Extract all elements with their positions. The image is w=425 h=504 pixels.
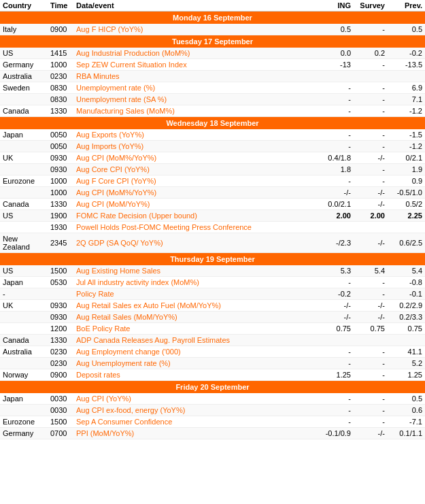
cell-survey: -/- — [354, 233, 388, 253]
col-header-time: Time — [48, 0, 73, 12]
cell-country: Sweden — [0, 82, 48, 94]
cell-event: BoE Policy Rate — [73, 323, 323, 335]
cell-event: Aug CPI (MoM/YoY%) — [73, 199, 323, 210]
cell-time: 2345 — [48, 233, 73, 253]
cell-ing: 5.3 — [323, 265, 354, 277]
cell-ing: 1.25 — [323, 369, 354, 381]
cell-event: Aug Retail Sales ex Auto Fuel (MoM/YoY%) — [73, 300, 323, 312]
cell-survey: - — [354, 358, 388, 369]
cell-ing: 1.8 — [323, 164, 354, 175]
cell-country: Italy — [0, 24, 48, 35]
table-row: 0230Aug Unemployment rate (%)--5.2 — [0, 358, 425, 369]
cell-event: Aug Retail Sales (MoM/YoY%) — [73, 312, 323, 323]
cell-ing: 0.0/2.1 — [323, 199, 354, 210]
cell-event: Aug Unemployment rate (%) — [73, 358, 323, 369]
cell-country — [0, 222, 48, 233]
cell-survey: - — [354, 82, 388, 94]
cell-ing: 2.00 — [323, 210, 354, 222]
cell-survey: - — [354, 369, 388, 381]
cell-time: 1330 — [48, 199, 73, 210]
cell-time: 0900 — [48, 369, 73, 381]
cell-prev: -13.5 — [388, 59, 425, 71]
cell-prev — [388, 71, 425, 82]
cell-event: Aug F HICP (YoY%) — [73, 24, 323, 35]
cell-time: 1330 — [48, 105, 73, 117]
cell-prev: -0.5/1.0 — [388, 187, 425, 199]
cell-time: 1900 — [48, 210, 73, 222]
cell-ing: - — [323, 393, 354, 405]
table-row: New Zealand23452Q GDP (SA QoQ/ YoY%)-/2.… — [0, 233, 425, 253]
cell-time: 0930 — [48, 312, 73, 323]
cell-survey: 5.4 — [354, 265, 388, 277]
cell-prev: 1.9 — [388, 164, 425, 175]
cell-time: 0530 — [48, 277, 73, 288]
cell-country: Canada — [0, 199, 48, 210]
cell-ing: - — [323, 82, 354, 94]
table-row: US1500Aug Existing Home Sales5.35.45.4 — [0, 265, 425, 277]
cell-survey: -/- — [354, 152, 388, 164]
section-header: Monday 16 September — [0, 12, 425, 24]
cell-survey: - — [354, 94, 388, 105]
cell-country — [0, 405, 48, 416]
cell-event: Unemployment rate (%) — [73, 82, 323, 94]
cell-ing: -0.1/0.9 — [323, 428, 354, 439]
cell-country: UK — [0, 300, 48, 312]
cell-country — [0, 141, 48, 152]
cell-time: 0230 — [48, 358, 73, 369]
cell-prev: 0.2/2.9 — [388, 300, 425, 312]
cell-event: Manufacturing Sales (MoM%) — [73, 105, 323, 117]
cell-time: 0930 — [48, 300, 73, 312]
cell-prev: 6.9 — [388, 82, 425, 94]
cell-time: 1330 — [48, 335, 73, 346]
cell-country: Japan — [0, 393, 48, 405]
cell-prev: -0.8 — [388, 277, 425, 288]
cell-ing: - — [323, 277, 354, 288]
cell-ing: - — [323, 405, 354, 416]
cell-time: 0230 — [48, 346, 73, 358]
cell-prev: -0.1 — [388, 288, 425, 300]
table-row: Germany0700PPI (MoM/YoY%)-0.1/0.9-/-0.1/… — [0, 428, 425, 439]
cell-country: Eurozone — [0, 416, 48, 428]
cell-survey: - — [354, 164, 388, 175]
col-header-country: Country — [0, 0, 48, 12]
cell-prev: 1.25 — [388, 369, 425, 381]
table-row: 0050Aug Imports (YoY%)---1.2 — [0, 141, 425, 152]
cell-time: 0700 — [48, 428, 73, 439]
cell-survey: -/- — [354, 312, 388, 323]
cell-ing — [323, 222, 354, 233]
cell-ing: - — [323, 416, 354, 428]
table-row: Canada1330ADP Canada Releases Aug. Payro… — [0, 335, 425, 346]
cell-time: 0830 — [48, 82, 73, 94]
cell-ing: - — [323, 129, 354, 141]
cell-event: Sep ZEW Current Situation Index — [73, 59, 323, 71]
section-header: Friday 20 September — [0, 381, 425, 394]
table-row: 0930Aug Core CPI (YoY%)1.8-1.9 — [0, 164, 425, 175]
cell-ing: 0.5 — [323, 24, 354, 35]
col-header-survey: Survey — [354, 0, 388, 12]
cell-prev: 2.25 — [388, 210, 425, 222]
cell-country: Australia — [0, 71, 48, 82]
cell-country: Germany — [0, 428, 48, 439]
section-label: Tuesday 17 September — [0, 35, 425, 48]
cell-survey — [354, 71, 388, 82]
cell-survey: - — [354, 405, 388, 416]
cell-ing: -13 — [323, 59, 354, 71]
cell-event: Aug Employment change ('000) — [73, 346, 323, 358]
cell-time: 1930 — [48, 222, 73, 233]
cell-survey — [354, 335, 388, 346]
cell-country: Germany — [0, 59, 48, 71]
cell-prev: 0.6/2.5 — [388, 233, 425, 253]
cell-country: Canada — [0, 335, 48, 346]
cell-ing: 0.4/1.8 — [323, 152, 354, 164]
cell-event: Aug Exports (YoY%) — [73, 129, 323, 141]
cell-time: 0930 — [48, 152, 73, 164]
cell-time: 1000 — [48, 175, 73, 187]
cell-country: UK — [0, 152, 48, 164]
cell-time: 0030 — [48, 393, 73, 405]
cell-event: Sep A Consumer Confidence — [73, 416, 323, 428]
cell-prev: 0.1/1.1 — [388, 428, 425, 439]
section-label: Friday 20 September — [0, 381, 425, 394]
cell-time: 0230 — [48, 71, 73, 82]
cell-time: 0030 — [48, 405, 73, 416]
table-row: UK0930Aug CPI (MoM%/YoY%)0.4/1.8-/-0/2.1 — [0, 152, 425, 164]
